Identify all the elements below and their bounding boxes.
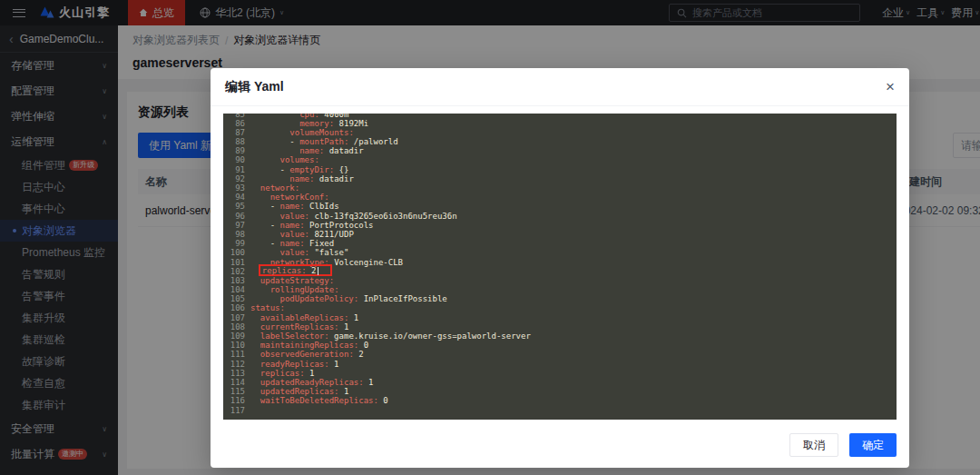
yaml-editor-lines: 85 cpu: 4000m86 memory: 8192Mi87 volumeM… xyxy=(229,114,897,415)
line-number: 95 xyxy=(229,202,245,211)
modal-header: 编辑 Yaml × xyxy=(211,68,909,106)
editor-line[interactable]: 100 value: "false" xyxy=(229,248,897,257)
cancel-button[interactable]: 取消 xyxy=(789,433,838,457)
editor-code: replicas: 1 xyxy=(250,369,314,378)
editor-line[interactable]: 91 - emptyDir: {} xyxy=(229,165,897,174)
line-number: 116 xyxy=(229,396,245,405)
editor-line[interactable]: 105 podUpdatePolicy: InPlaceIfPossible xyxy=(229,294,897,303)
line-number: 96 xyxy=(229,212,245,221)
editor-line[interactable]: 102 replicas: 2 xyxy=(229,267,897,276)
editor-code: status: xyxy=(250,303,285,312)
editor-code: replicas: 2 xyxy=(250,267,332,276)
line-number: 117 xyxy=(229,406,245,415)
editor-code: networkConf: xyxy=(250,193,329,202)
editor-line[interactable]: 113 replicas: 1 xyxy=(229,369,897,378)
editor-line[interactable]: 110 maintainingReplicas: 0 xyxy=(229,341,897,350)
editor-code: value: "false" xyxy=(250,248,348,257)
editor-code: readyReplicas: 1 xyxy=(250,360,339,369)
line-number: 87 xyxy=(229,128,245,137)
line-number: 109 xyxy=(229,332,245,341)
line-number: 99 xyxy=(229,239,245,248)
line-number: 98 xyxy=(229,230,245,239)
line-number: 114 xyxy=(229,378,245,387)
editor-code: updateStrategy: xyxy=(250,276,334,285)
editor-code: volumes: xyxy=(250,155,319,164)
editor-line[interactable]: 115 updatedReplicas: 1 xyxy=(229,387,897,396)
editor-code: - emptyDir: {} xyxy=(250,165,348,174)
line-number: 108 xyxy=(229,322,245,332)
line-number: 94 xyxy=(229,193,245,202)
line-number: 86 xyxy=(229,119,245,128)
editor-line[interactable]: 93 network: xyxy=(229,183,897,193)
line-number: 101 xyxy=(229,258,245,267)
editor-code: labelSelector: game.kruise.io/owner-gss=… xyxy=(250,332,531,341)
editor-code: - name: Fixed xyxy=(250,239,334,248)
editor-line[interactable]: 114 updatedReadyReplicas: 1 xyxy=(229,378,897,387)
line-number: 105 xyxy=(229,294,245,303)
editor-line[interactable]: 117 xyxy=(229,406,897,415)
line-number: 97 xyxy=(229,221,245,230)
editor-line[interactable]: 109 labelSelector: game.kruise.io/owner-… xyxy=(229,332,897,341)
editor-line[interactable]: 90 volumes: xyxy=(229,155,897,164)
editor-code: updatedReplicas: 1 xyxy=(250,387,348,396)
text-cursor xyxy=(318,267,318,275)
modal-footer: 取消 确定 xyxy=(211,420,909,468)
editor-line[interactable]: 108 currentReplicas: 1 xyxy=(229,322,897,332)
editor-code: currentReplicas: 1 xyxy=(250,322,348,332)
editor-code: podUpdatePolicy: InPlaceIfPossible xyxy=(250,294,447,303)
line-number: 111 xyxy=(229,350,245,359)
editor-code: - mountPath: /palworld xyxy=(250,137,398,146)
line-number: 89 xyxy=(229,146,245,155)
editor-line[interactable]: 92 name: datadir xyxy=(229,174,897,183)
line-number: 115 xyxy=(229,387,245,396)
line-number: 104 xyxy=(229,285,245,294)
editor-line[interactable]: 88 - mountPath: /palworld xyxy=(229,137,897,146)
edit-yaml-modal: 编辑 Yaml × 85 cpu: 4000m86 memory: 8192Mi… xyxy=(211,68,909,468)
line-number: 91 xyxy=(229,165,245,174)
editor-line[interactable]: 97 - name: PortProtocols xyxy=(229,221,897,230)
editor-code: availableReplicas: 1 xyxy=(250,313,358,322)
editor-line[interactable]: 104 rollingUpdate: xyxy=(229,285,897,294)
editor-line[interactable]: 111 observedGeneration: 2 xyxy=(229,350,897,359)
editor-code: maintainingReplicas: 0 xyxy=(250,341,368,350)
editor-line[interactable]: 96 value: clb-13fq3265eo6io3n6nu5reu36n xyxy=(229,212,897,221)
line-number: 112 xyxy=(229,360,245,369)
line-number: 102 xyxy=(229,267,245,276)
annotation-box: replicas: 2 xyxy=(259,264,333,276)
line-number: 113 xyxy=(229,369,245,378)
editor-line[interactable]: 95 - name: ClbIds xyxy=(229,202,897,211)
editor-code: name: datadir xyxy=(250,146,364,155)
editor-line[interactable]: 112 readyReplicas: 1 xyxy=(229,360,897,369)
editor-code: waitToBeDeletedReplicas: 0 xyxy=(250,396,388,405)
line-number: 90 xyxy=(229,155,245,164)
editor-code: memory: 8192Mi xyxy=(250,119,368,128)
editor-code: value: clb-13fq3265eo6io3n6nu5reu36n xyxy=(250,212,457,221)
modal-title: 编辑 Yaml xyxy=(225,79,284,95)
editor-line[interactable]: 87 volumeMounts: xyxy=(229,128,897,137)
confirm-button[interactable]: 确定 xyxy=(849,433,897,457)
editor-line[interactable]: 116 waitToBeDeletedReplicas: 0 xyxy=(229,396,897,405)
editor-code: - name: PortProtocols xyxy=(250,221,373,230)
line-number: 106 xyxy=(229,303,245,312)
line-number: 107 xyxy=(229,313,245,322)
line-number: 88 xyxy=(229,137,245,146)
editor-line[interactable]: 107 availableReplicas: 1 xyxy=(229,313,897,322)
editor-line[interactable]: 98 value: 8211/UDP xyxy=(229,230,897,239)
editor-code: rollingUpdate: xyxy=(250,285,339,294)
close-icon[interactable]: × xyxy=(886,79,895,94)
editor-line[interactable]: 99 - name: Fixed xyxy=(229,239,897,248)
editor-line[interactable]: 94 networkConf: xyxy=(229,193,897,202)
editor-code: network: xyxy=(250,183,299,193)
line-number: 103 xyxy=(229,276,245,285)
editor-line[interactable]: 86 memory: 8192Mi xyxy=(229,119,897,128)
yaml-editor[interactable]: 85 cpu: 4000m86 memory: 8192Mi87 volumeM… xyxy=(223,114,897,420)
line-number: 110 xyxy=(229,341,245,350)
editor-line[interactable]: 89 name: datadir xyxy=(229,146,897,155)
editor-code: observedGeneration: 2 xyxy=(250,350,364,359)
editor-code: updatedReadyReplicas: 1 xyxy=(250,378,373,387)
line-number: 100 xyxy=(229,248,245,257)
editor-line[interactable]: 103 updateStrategy: xyxy=(229,276,897,285)
editor-code: - name: ClbIds xyxy=(250,202,339,211)
line-number: 93 xyxy=(229,183,245,193)
editor-line[interactable]: 106status: xyxy=(229,303,897,312)
